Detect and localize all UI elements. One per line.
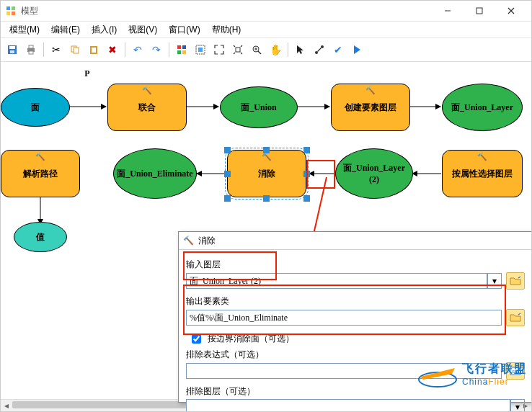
node-face-union-eliminate[interactable]: 面_Union_Eliminate (113, 148, 197, 199)
node-label: 面 (31, 102, 40, 114)
selection-handle[interactable] (263, 195, 270, 202)
checkbox-label: 按边界消除面（可选） (208, 333, 294, 345)
pan-button[interactable]: ✋ (267, 41, 284, 58)
connect-button[interactable] (311, 41, 328, 58)
pointer-button[interactable] (292, 41, 309, 58)
selection-handle[interactable] (303, 171, 310, 177)
sql-builder-button[interactable]: SQL (506, 362, 525, 380)
auto-layout-button[interactable] (192, 41, 209, 58)
hammer-icon: 🔨 (477, 152, 487, 161)
close-button[interactable] (495, 1, 527, 21)
hammer-icon: 🔨 (183, 236, 194, 246)
svg-line-31 (318, 48, 322, 52)
menu-help[interactable]: 帮助(H) (206, 22, 247, 37)
node-face[interactable]: 面 (1, 88, 70, 127)
node-label: 面_Union (241, 102, 276, 114)
scroll-left-button[interactable]: ◂ (1, 400, 12, 411)
node-value[interactable]: 值 (14, 222, 67, 252)
input-layer-label: 输入图层 (186, 259, 221, 269)
zoom-full-button[interactable] (229, 41, 247, 58)
menu-edit[interactable]: 编辑(E) (45, 22, 86, 37)
grid-color-button[interactable] (173, 41, 190, 58)
separator (125, 42, 125, 57)
print-button[interactable] (22, 41, 40, 58)
node-label: 按属性选择图层 (452, 168, 513, 180)
eliminate-by-border-checkbox[interactable]: 按边界消除面（可选） (189, 332, 525, 346)
input-layer-field[interactable] (186, 273, 487, 289)
menu-view[interactable]: 视图(V) (123, 22, 163, 37)
hammer-icon: 🔨 (365, 86, 376, 95)
dialog-body: 输入图层 ▾ 输出要素类 按边界消除面（可选） 排除表达式（可选） SQL (179, 250, 532, 412)
svg-rect-21 (182, 50, 186, 54)
output-feature-class-field[interactable] (186, 310, 502, 326)
paste-button[interactable] (85, 41, 102, 58)
run-button[interactable] (348, 41, 365, 58)
node-label: 面_Union_Layer (451, 102, 513, 114)
maximize-button[interactable] (464, 1, 495, 21)
exclude-expression-field[interactable] (186, 363, 502, 379)
node-face-union[interactable]: 面_Union (220, 86, 298, 128)
zoom-in-button[interactable] (248, 41, 265, 58)
node-face-union-layer-2[interactable]: 面_Union_Layer (2) (335, 148, 413, 199)
dialog-titlebar[interactable]: 🔨 消除 (179, 232, 532, 250)
cut-button[interactable]: ✂ (48, 41, 65, 58)
menu-window[interactable]: 窗口(W) (163, 22, 205, 37)
selection-handle[interactable] (303, 147, 310, 153)
redo-button[interactable]: ↷ (148, 41, 165, 58)
delete-button[interactable]: ✖ (104, 41, 121, 58)
svg-rect-0 (6, 6, 10, 10)
node-select-by-attribute-tool[interactable]: 🔨按属性选择图层 (442, 150, 523, 197)
undo-button[interactable]: ↶ (129, 41, 146, 58)
zoom-fit-button[interactable] (210, 41, 228, 58)
window-title: 模型 (21, 5, 432, 17)
selection-handle[interactable] (224, 195, 231, 202)
checkbox-input[interactable] (192, 334, 201, 344)
svg-text:SQL: SQL (512, 370, 521, 374)
svg-line-26 (258, 51, 261, 54)
exclude-expression-label: 排除表达式（可选） (186, 349, 264, 359)
svg-rect-13 (29, 51, 33, 54)
minimize-button[interactable] (432, 1, 464, 21)
node-label: 值 (36, 231, 45, 243)
selection-handle[interactable] (303, 195, 310, 202)
svg-rect-1 (12, 6, 15, 10)
copy-button[interactable] (66, 41, 84, 58)
selection-handle[interactable] (224, 171, 231, 177)
svg-rect-23 (198, 48, 203, 52)
svg-rect-17 (92, 48, 96, 53)
svg-rect-24 (236, 48, 240, 52)
toolbar: ✂ ✖ ↶ ↷ ✋ ✔ (1, 38, 531, 62)
browse-button[interactable] (506, 309, 525, 326)
node-parse-path-tool[interactable]: 🔨解析路径 (1, 150, 80, 197)
dialog-title: 消除 (198, 235, 216, 247)
exclude-layer-field[interactable] (186, 399, 510, 412)
node-label: 联合 (138, 102, 156, 114)
separator (43, 42, 44, 57)
svg-rect-9 (9, 46, 15, 49)
dropdown-button[interactable]: ▾ (487, 273, 502, 289)
node-union-tool[interactable]: 🔨联合 (107, 84, 187, 131)
node-eliminate-tool[interactable]: 🔨消除 (227, 150, 306, 197)
save-button[interactable] (4, 41, 21, 58)
selection-handle[interactable] (263, 147, 270, 153)
selection-handle[interactable] (224, 147, 231, 153)
titlebar: 模型 (1, 1, 531, 22)
window-buttons (432, 1, 527, 21)
menu-insert[interactable]: 插入(I) (86, 22, 123, 37)
node-label: 面_Union_Layer (2) (339, 162, 409, 185)
node-label: 解析路径 (23, 168, 58, 180)
browse-button[interactable] (506, 272, 525, 290)
menu-model[interactable]: 模型(M) (4, 22, 45, 37)
red-highlight-connector (306, 160, 335, 189)
dropdown-button[interactable]: ▾ (510, 399, 525, 412)
validate-button[interactable]: ✔ (329, 41, 347, 58)
separator (288, 42, 288, 57)
hammer-icon: 🔨 (142, 86, 152, 95)
node-create-feature-layer-tool[interactable]: 🔨创建要素图层 (331, 84, 410, 131)
app-window: 模型 模型(M) 编辑(E) 插入(I) 视图(V) 窗口(W) 帮助(H) ✂… (0, 0, 532, 412)
node-label: 创建要素图层 (345, 102, 396, 114)
svg-rect-20 (177, 50, 181, 54)
hammer-icon: 🔨 (35, 152, 45, 161)
node-face-union-layer[interactable]: 面_Union_Layer (442, 84, 523, 131)
exclude-layer-label: 排除图层（可选） (186, 386, 255, 396)
